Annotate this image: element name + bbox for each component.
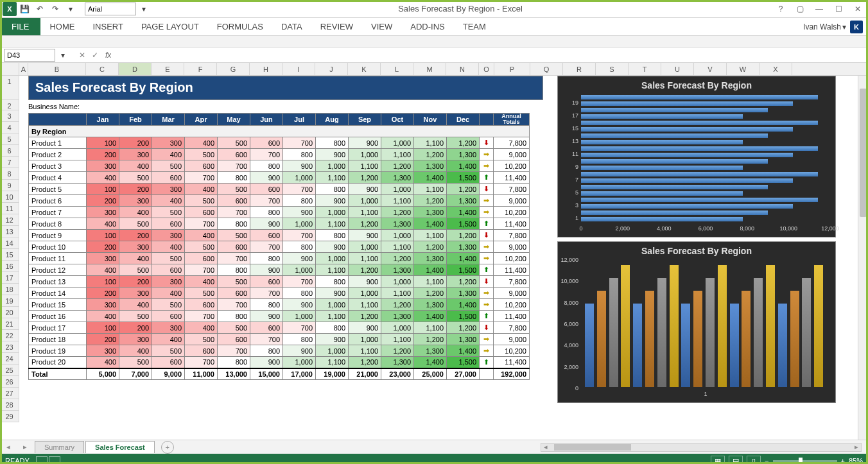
row-header-15[interactable]: 15 [0,249,19,261]
row-header-28[interactable]: 28 [0,399,19,411]
table-row[interactable]: Product 164005006007008009001,0001,1001,… [29,311,530,322]
user-badge[interactable]: K [850,21,863,33]
font-select[interactable] [85,3,136,15]
row-header-13[interactable]: 13 [0,226,19,237]
col-header-U[interactable]: U [661,63,694,75]
tab-nav-next-icon[interactable]: ▸ [17,443,33,451]
zoom-handle[interactable] [799,458,803,465]
macro-record-icon[interactable] [36,456,48,464]
forecast-table[interactable]: JanFebMarAprMayJunJulAugSepOctNovDecAnnu… [28,113,530,380]
row-header-16[interactable]: 16 [0,261,19,272]
row-header-10[interactable]: 10 [0,191,19,203]
ribbon-tab-team[interactable]: TEAM [454,18,495,35]
table-row[interactable]: Product 131002003004005006007008009001,0… [29,276,530,288]
ribbon-tab-data[interactable]: DATA [272,18,311,35]
ribbon-tab-insert[interactable]: INSERT [83,18,132,35]
ribbon-tab-home[interactable]: HOME [40,18,83,35]
col-header-F[interactable]: F [184,63,217,75]
row-header-8[interactable]: 8 [0,168,19,180]
formula-input[interactable] [111,49,868,62]
col-header-L[interactable]: L [381,63,413,75]
chart-vertical-bar[interactable]: Sales Forecast By Region 02,0004,0006,00… [557,241,836,403]
minimize-icon[interactable]: — [812,3,827,15]
help-icon[interactable]: ? [773,3,788,15]
ribbon-tab-formulas[interactable]: FORMULAS [208,18,272,35]
ribbon-display-icon[interactable]: ▢ [792,3,808,15]
close-icon[interactable]: ✕ [850,3,865,15]
ribbon-tab-view[interactable]: VIEW [362,18,401,35]
page-break-view-icon[interactable]: ▯ [747,456,761,464]
horizontal-scroll-thumb[interactable] [554,444,631,451]
table-row[interactable]: Product 22003004005006007008009001,0001,… [29,149,530,160]
row-header-20[interactable]: 20 [0,307,19,318]
table-row[interactable]: Product 84005006007008009001,0001,1001,2… [29,218,530,230]
row-header-27[interactable]: 27 [0,388,19,399]
table-row[interactable]: Product 124005006007008009001,0001,1001,… [29,264,530,276]
col-header-O[interactable]: O [479,63,494,75]
sheet-tab-inactive[interactable]: Summary [35,441,84,453]
col-header-A[interactable]: A [19,63,28,75]
normal-view-icon[interactable]: ▦ [711,456,725,464]
table-row[interactable]: Product 102003004005006007008009001,0001… [29,241,530,253]
row-header-18[interactable]: 18 [0,284,19,295]
row-header-5[interactable]: 5 [0,133,19,145]
hscroll-left-icon[interactable]: ◂ [544,443,548,451]
hscroll-right-icon[interactable]: ▸ [855,443,858,451]
row-header-19[interactable]: 19 [0,295,19,307]
row-header-3[interactable]: 3 [0,110,19,122]
maximize-icon[interactable]: ☐ [831,3,846,15]
user-area[interactable]: Ivan Walsh ▾ K [803,21,868,33]
row-header-26[interactable]: 26 [0,376,19,388]
col-header-H[interactable]: H [250,63,282,75]
col-header-N[interactable]: N [446,63,479,75]
table-row[interactable]: Product 193004005006007008009001,0001,10… [29,345,530,357]
row-header-6[interactable]: 6 [0,145,19,157]
col-header-G[interactable]: G [217,63,250,75]
row-header-9[interactable]: 9 [0,180,19,191]
col-header-J[interactable]: J [315,63,348,75]
vertical-scroll-thumb[interactable] [860,89,867,217]
col-header-S[interactable]: S [596,63,629,75]
row-header-22[interactable]: 22 [0,330,19,341]
col-header-R[interactable]: R [563,63,596,75]
chart-horizontal-bar[interactable]: Sales Forecast By Region 135791113151719… [557,76,836,237]
zoom-in-icon[interactable]: + [841,457,845,464]
row-header-14[interactable]: 14 [0,237,19,249]
vertical-scrollbar[interactable] [858,76,868,440]
table-row[interactable]: Product 113004005006007008009001,0001,10… [29,253,530,264]
horizontal-scrollbar[interactable]: ◂ ▸ [541,443,862,452]
namebox-dropdown-icon[interactable]: ▾ [57,49,69,61]
table-row[interactable]: Product 171002003004005006007008009001,0… [29,322,530,334]
undo-icon[interactable]: ↶ [34,3,46,15]
row-header-7[interactable]: 7 [0,157,19,168]
row-header-12[interactable]: 12 [0,214,19,226]
font-dropdown-icon[interactable]: ▾ [138,3,150,15]
table-row[interactable]: Product 62003004005006007008009001,0001,… [29,195,530,207]
row-header-24[interactable]: 24 [0,353,19,365]
tab-nav-prev-icon[interactable]: ◂ [0,443,17,451]
row-header-4[interactable]: 4 [0,122,19,133]
cancel-formula-icon[interactable]: ✕ [76,51,89,60]
row-header-1[interactable]: 1 [0,76,19,100]
redo-icon[interactable]: ↷ [49,3,61,15]
zoom-slider[interactable] [773,460,837,462]
name-box[interactable] [4,49,55,62]
sheet-tab-active[interactable]: Sales Forecast [85,441,155,453]
row-header-2[interactable]: 2 [0,100,19,110]
table-row[interactable]: Product 33004005006007008009001,0001,100… [29,160,530,172]
ribbon-tab-page-layout[interactable]: PAGE LAYOUT [132,18,208,35]
col-header-I[interactable]: I [282,63,315,75]
zoom-level[interactable]: 85% [849,457,863,464]
col-header-T[interactable]: T [629,63,661,75]
table-row[interactable]: Product 182003004005006007008009001,0001… [29,334,530,345]
fx-icon[interactable]: fx [105,51,111,60]
sheet-content[interactable]: Sales Forecast By Region Business Name: … [19,76,858,440]
row-header-17[interactable]: 17 [0,272,19,284]
col-header-C[interactable]: C [86,63,119,75]
row-header-21[interactable]: 21 [0,318,19,330]
ribbon-tab-review[interactable]: REVIEW [311,18,362,35]
select-all-corner[interactable] [0,63,19,75]
table-row[interactable]: Product 44005006007008009001,0001,1001,2… [29,172,530,184]
row-header-23[interactable]: 23 [0,341,19,353]
user-dropdown-icon[interactable]: ▾ [842,22,846,31]
